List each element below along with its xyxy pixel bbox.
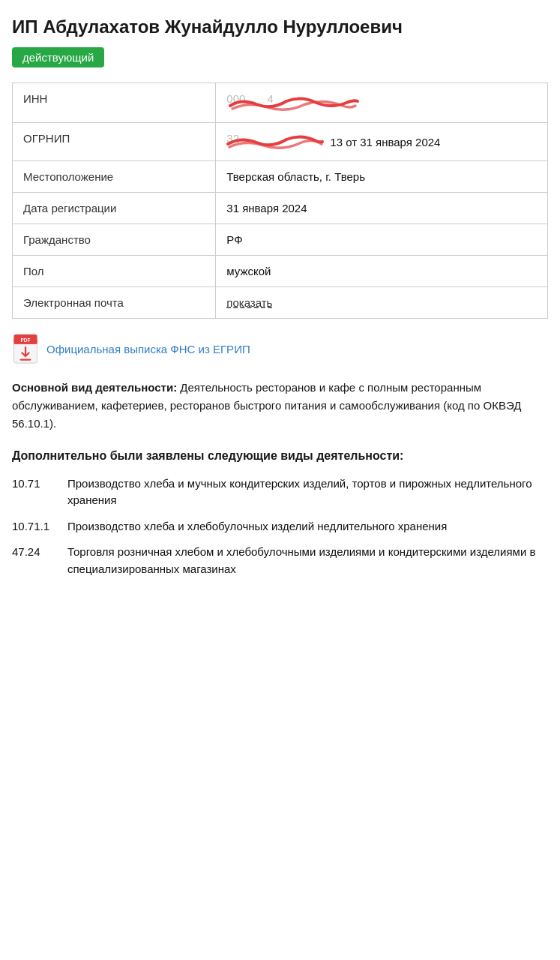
activity-code: 10.71: [12, 476, 57, 509]
table-row-location: Местоположение Тверская область, г. Твер…: [13, 161, 548, 193]
gender-value: мужской: [216, 256, 548, 287]
citizenship-value: РФ: [216, 224, 548, 256]
table-row-ogrnip: ОГРНИП 32 13 от 31 января 2024: [13, 123, 548, 161]
main-activity-prefix: Основной вид деятельности:: [12, 381, 177, 394]
ogrnip-label: ОГРНИП: [13, 123, 216, 161]
activity-list: 10.71 Производство хлеба и мучных кондит…: [12, 476, 548, 578]
location-value: Тверская область, г. Тверь: [216, 161, 548, 193]
citizenship-label: Гражданство: [13, 224, 216, 256]
page-title: ИП Абдулахатов Жунайдулло Нуруллоевич: [12, 15, 548, 38]
activity-code: 10.71.1: [12, 518, 57, 536]
additional-activities-title: Дополнительно были заявлены следующие ви…: [12, 448, 548, 464]
email-value: показать: [216, 287, 548, 319]
inn-value: 000 4: [216, 83, 548, 123]
reg-date-value: 31 января 2024: [216, 193, 548, 224]
table-row-citizenship: Гражданство РФ: [13, 224, 548, 256]
main-activity: Основной вид деятельности: Деятельность …: [12, 379, 548, 433]
pdf-link[interactable]: Официальная выписка ФНС из ЕГРИП: [46, 343, 250, 356]
list-item: 47.24 Торговля розничная хлебом и хлебоб…: [12, 544, 548, 578]
pdf-icon: PDF: [12, 334, 39, 364]
list-item: 10.71.1 Производство хлеба и хлебобулочн…: [12, 518, 548, 536]
table-row-gender: Пол мужской: [13, 256, 548, 287]
reg-date-label: Дата регистрации: [13, 193, 216, 224]
location-label: Местоположение: [13, 161, 216, 193]
ogrnip-value: 32 13 от 31 января 2024: [216, 123, 548, 161]
status-badge: действующий: [12, 47, 104, 68]
list-item: 10.71 Производство хлеба и мучных кондит…: [12, 476, 548, 509]
table-row-email: Электронная почта показать: [13, 287, 548, 319]
info-table: ИНН 000 4 ОГРНИП 32: [12, 82, 548, 319]
activity-desc: Производство хлеба и хлебобулочных издел…: [67, 518, 447, 536]
show-email-button[interactable]: показать: [226, 296, 272, 309]
svg-text:PDF: PDF: [21, 338, 31, 343]
gender-label: Пол: [13, 256, 216, 287]
activity-desc: Производство хлеба и мучных кондитерских…: [67, 476, 548, 509]
table-row-reg-date: Дата регистрации 31 января 2024: [13, 193, 548, 224]
activity-code: 47.24: [12, 544, 57, 578]
pdf-link-row: PDF Официальная выписка ФНС из ЕГРИП: [12, 334, 548, 364]
inn-label: ИНН: [13, 83, 216, 123]
email-label: Электронная почта: [13, 287, 216, 319]
table-row-inn: ИНН 000 4: [13, 83, 548, 123]
activity-desc: Торговля розничная хлебом и хлебобулочны…: [67, 544, 548, 578]
